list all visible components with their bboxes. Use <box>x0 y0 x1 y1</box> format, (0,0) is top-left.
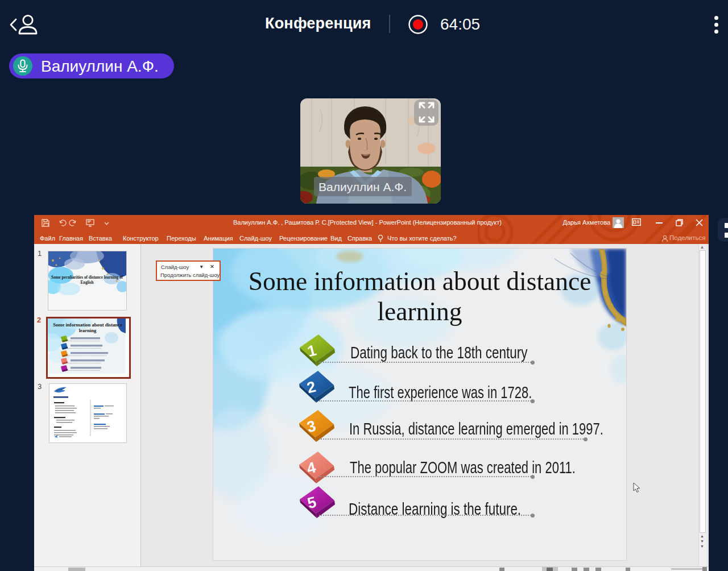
svg-text:English: English <box>80 280 93 285</box>
svg-text:learning: learning <box>79 328 97 333</box>
svg-text:Some peculiarities of distance: Some peculiarities of distance learning … <box>51 275 123 280</box>
svg-text:Some information about distanc: Some information about distance <box>53 322 122 328</box>
svg-text:Валиуллин А.Ф.: Валиуллин А.Ф. <box>318 180 407 193</box>
